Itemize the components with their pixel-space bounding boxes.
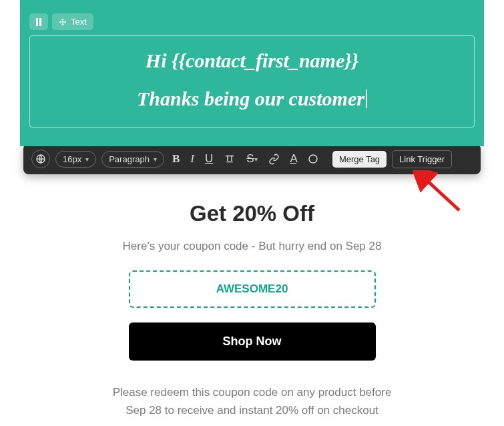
strikethrough-button[interactable]: S ▾ [244,150,260,168]
text-color-button[interactable]: A [288,150,299,168]
chevron-down-icon: ▾ [85,156,89,163]
move-icon [59,18,67,26]
format-value: Paragraph [109,154,150,164]
heading-text[interactable]: Hi {{contact_first_name}} Thanks being o… [137,41,367,118]
merge-tag-button[interactable]: Merge Tag [332,151,387,168]
globe-button[interactable] [31,150,50,168]
bold-button[interactable]: B [170,150,182,168]
svg-point-1 [309,155,317,163]
promo-title: Get 20% Off [80,201,424,226]
column-handle[interactable] [29,13,48,30]
circle-icon [307,153,319,165]
promo-note: Please redeem this coupon code on any pr… [80,383,424,419]
email-body: Get 20% Off Here's your coupon code - Bu… [20,174,484,426]
italic-button[interactable]: I [188,150,197,168]
header-text-block[interactable]: Text Hi {{contact_first_name}} Thanks be… [20,0,484,146]
chevron-down-icon: ▾ [154,156,157,163]
link-button[interactable] [266,151,282,168]
promo-subtitle: Here's your coupon code - But hurry end … [80,240,424,253]
block-label-row: Text [29,13,475,30]
columns-icon [36,18,41,26]
font-size-value: 16px [63,154,81,164]
clear-format-button[interactable] [221,150,238,168]
text-block-label[interactable]: Text [52,13,93,30]
text-caret [366,89,367,108]
block-type-label: Text [71,17,87,27]
underline-button[interactable]: U [202,150,216,168]
font-size-select[interactable]: 16px ▾ [55,151,96,168]
coupon-code-box[interactable]: AWESOME20 [129,270,376,308]
paragraph-format-select[interactable]: Paragraph ▾ [101,151,164,168]
background-color-button[interactable] [304,150,322,168]
chevron-down-icon: ▾ [254,156,258,163]
link-icon [268,154,280,165]
globe-icon [35,154,46,164]
formatting-toolbar: 16px ▾ Paragraph ▾ B I U S ▾ A Merge Tag [23,144,481,174]
clear-format-icon [224,153,236,165]
shop-now-button[interactable]: Shop Now [129,323,376,361]
text-editing-frame[interactable]: Hi {{contact_first_name}} Thanks being o… [29,35,475,128]
link-trigger-button[interactable]: Link Trigger [392,150,452,168]
